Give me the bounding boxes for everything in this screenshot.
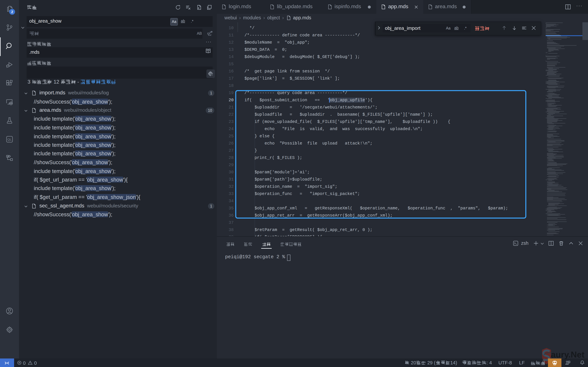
- svg-text:QL: QL: [7, 138, 11, 141]
- svg-text:ab: ab: [210, 31, 212, 33]
- svg-text:aury.Net: aury.Net: [551, 350, 584, 359]
